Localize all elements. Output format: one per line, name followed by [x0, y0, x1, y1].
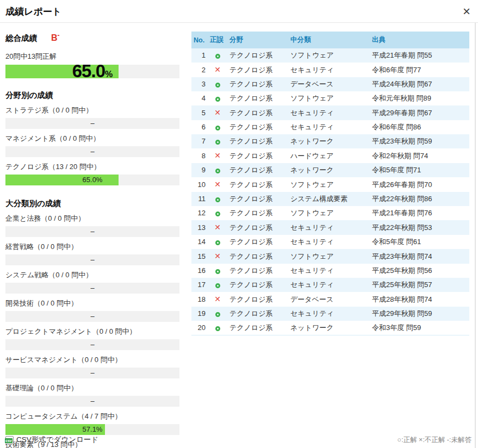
row-subcategory: ネットワーク	[288, 163, 370, 177]
category-result-label: 基礎理論（0 / 0 問中）	[5, 383, 179, 393]
row-number: 19	[191, 307, 208, 321]
correct-icon	[215, 326, 220, 331]
row-source: 平成21年春期 問76	[370, 206, 469, 220]
row-source: 令和元年秋期 問89	[370, 91, 469, 105]
category-progress-bar: –	[5, 311, 179, 322]
table-row: 17 ✕ テクノロジ系 セキュリティ 平成25年秋期 問57	[191, 278, 469, 292]
row-field: テクノロジ系	[227, 249, 288, 264]
table-row: 9 ✕ テクノロジ系 ネットワーク 令和5年度 問71	[191, 163, 469, 177]
row-number: 15	[191, 249, 208, 264]
row-source: 平成23年秋期 問74	[370, 249, 469, 264]
row-source: 平成29年春期 問67	[370, 105, 469, 120]
row-source: 令和3年度 問59	[370, 321, 469, 335]
grade-badge: B-	[51, 32, 60, 43]
incorrect-icon: ✕	[214, 151, 221, 160]
results-panel: No. 正誤 分野 中分類 出典 1 ✕	[191, 32, 475, 448]
category-progress-bar: –	[5, 226, 179, 237]
category-result-item: システム戦略（0 / 0 問中） –	[5, 270, 179, 294]
category-result-item: プロジェクトマネジメント（0 / 0 問中） –	[5, 327, 179, 350]
row-result: ✕	[208, 235, 227, 249]
row-source: 平成26年春期 問70	[370, 177, 469, 192]
correct-icon	[215, 211, 220, 216]
row-result: ✕	[208, 249, 227, 264]
field-progress-bar: 65.0%	[5, 175, 179, 185]
table-row: 2 ✕ テクノロジ系 セキュリティ 令和6年度 問77	[191, 63, 469, 77]
row-result: ✕	[208, 206, 227, 220]
row-subcategory: セキュリティ	[288, 105, 370, 120]
close-icon[interactable]: ×	[463, 5, 470, 17]
row-subcategory: ソフトウェア	[288, 206, 370, 220]
row-number: 5	[191, 105, 208, 120]
page-title: 成績レポート	[5, 5, 61, 18]
table-row: 8 ✕ テクノロジ系 ハードウェア 令和2年秋期 問74	[191, 148, 469, 163]
row-field: テクノロジ系	[227, 192, 288, 206]
row-field: テクノロジ系	[227, 120, 288, 134]
category-results-list: 企業と法務（0 / 0 問中） – 経営戦略（0 / 0 問中） – システム戦…	[5, 214, 179, 448]
table-row: 3 ✕ テクノロジ系 データベース 平成24年秋期 問67	[191, 77, 469, 91]
row-number: 4	[191, 91, 208, 105]
row-subcategory: セキュリティ	[288, 120, 370, 134]
row-result: ✕	[208, 307, 227, 321]
row-subcategory: システム構成要素	[288, 192, 370, 206]
row-field: テクノロジ系	[227, 307, 288, 321]
field-progress-bar: –	[5, 118, 179, 129]
category-result-item: サービスマネジメント（0 / 0 問中） –	[5, 355, 179, 378]
result-legend: ○:正解 ×:不正解 -:未解答	[398, 435, 471, 445]
field-progress-value: –	[5, 118, 179, 129]
header-source: 出典	[370, 32, 469, 48]
category-result-item: コンピュータシステム（4 / 7 問中） 57.1%	[5, 412, 179, 435]
category-result-item: 経営戦略（0 / 0 問中） –	[5, 242, 179, 265]
correct-icon	[215, 283, 220, 288]
category-progress-bar: –	[5, 368, 179, 378]
row-field: テクノロジ系	[227, 321, 288, 335]
field-section-heading: 分野別の成績	[5, 90, 179, 101]
category-progress-value: –	[5, 283, 179, 294]
row-subcategory: ネットワーク	[288, 134, 370, 148]
overall-progress-bar: 65.0%	[5, 65, 179, 78]
row-number: 13	[191, 220, 208, 235]
row-source: 平成22年秋期 問86	[370, 192, 469, 206]
incorrect-icon: ✕	[214, 108, 221, 117]
table-row: 6 ✕ テクノロジ系 セキュリティ 令和6年度 問86	[191, 120, 469, 134]
category-progress-value: –	[5, 311, 179, 322]
row-subcategory: セキュリティ	[288, 63, 370, 77]
row-field: テクノロジ系	[227, 206, 288, 220]
row-field: テクノロジ系	[227, 148, 288, 163]
row-result: ✕	[208, 278, 227, 292]
row-number: 3	[191, 77, 208, 91]
row-number: 12	[191, 206, 208, 220]
scrollbar-track[interactable]	[475, 23, 476, 448]
category-progress-value: –	[5, 396, 179, 407]
table-header-row: No. 正誤 分野 中分類 出典	[191, 32, 469, 48]
table-row: 12 ✕ テクノロジ系 ソフトウェア 平成21年春期 問76	[191, 206, 469, 220]
category-progress-bar: 57.1%	[5, 424, 179, 435]
incorrect-icon: ✕	[214, 223, 221, 232]
table-row: 19 ✕ テクノロジ系 セキュリティ 平成29年秋期 問59	[191, 307, 469, 321]
incorrect-icon: ✕	[214, 180, 221, 189]
category-progress-value: –	[5, 339, 179, 350]
table-row: 4 ✕ テクノロジ系 ソフトウェア 令和元年秋期 問89	[191, 91, 469, 105]
field-result-label: マネジメント系（0 / 0 問中）	[5, 134, 179, 144]
row-source: 平成25年秋期 問56	[370, 264, 469, 278]
row-number: 17	[191, 278, 208, 292]
row-field: テクノロジ系	[227, 292, 288, 307]
row-number: 20	[191, 321, 208, 335]
row-field: テクノロジ系	[227, 220, 288, 235]
incorrect-icon: ✕	[214, 65, 221, 74]
category-result-item: 開発技術（0 / 0 問中） –	[5, 298, 179, 322]
table-row: 7 ✕ テクノロジ系 ネットワーク 平成23年秋期 問59	[191, 134, 469, 148]
correct-icon	[215, 140, 220, 145]
modal-footer: csv CSV形式でダウンロード ○:正解 ×:不正解 -:未解答	[5, 435, 471, 445]
results-table-body: 1 ✕ テクノロジ系 ソフトウェア 平成21年春期 問55 2	[191, 48, 469, 335]
header-subcategory: 中分類	[288, 32, 370, 48]
correct-icon	[215, 197, 220, 202]
category-result-label: 経営戦略（0 / 0 問中）	[5, 242, 179, 252]
row-field: テクノロジ系	[227, 134, 288, 148]
category-progress-value: –	[5, 368, 179, 378]
row-result: ✕	[208, 120, 227, 134]
row-subcategory: セキュリティ	[288, 220, 370, 235]
csv-download-link[interactable]: csv CSV形式でダウンロード	[5, 435, 98, 445]
table-row: 1 ✕ テクノロジ系 ソフトウェア 平成21年春期 問55	[191, 48, 469, 63]
category-result-item: 企業と法務（0 / 0 問中） –	[5, 214, 179, 237]
table-row: 10 ✕ テクノロジ系 ソフトウェア 平成26年春期 問70	[191, 177, 469, 192]
